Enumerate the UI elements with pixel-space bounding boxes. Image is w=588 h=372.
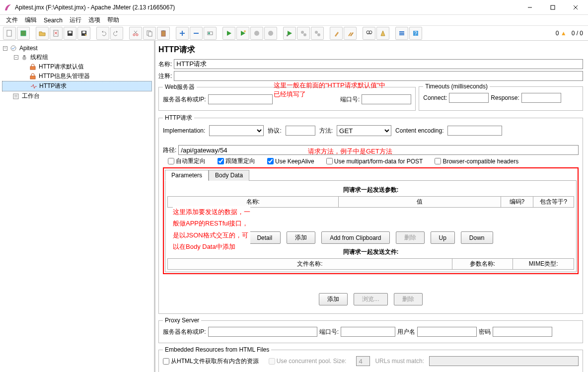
menu-search[interactable]: Search xyxy=(41,16,66,25)
menu-edit[interactable]: 编辑 xyxy=(22,15,40,25)
function-helper-button[interactable] xyxy=(395,27,408,40)
pool-size-input xyxy=(356,356,370,366)
menu-file[interactable]: 文件 xyxy=(3,15,21,25)
annotation-method: 请求方法，例子中是GET方法 xyxy=(308,147,392,156)
tree-http-request[interactable]: HTTP请求 xyxy=(2,81,152,91)
svg-point-31 xyxy=(303,33,306,36)
test-plan-tree[interactable]: − Apitest − 线程组 HTTP请求默认值 HTTP信息头管理器 HTT… xyxy=(0,41,155,372)
svg-rect-1 xyxy=(551,5,555,9)
remote-start-button[interactable] xyxy=(283,27,296,40)
follow-redirect-checkbox[interactable] xyxy=(218,158,224,164)
add-clipboard-button[interactable]: Add from Clipboard xyxy=(321,231,389,244)
proxy-user-input[interactable] xyxy=(417,327,477,337)
response-input[interactable] xyxy=(521,93,561,103)
save-as-button[interactable] xyxy=(77,27,90,40)
encoding-input[interactable] xyxy=(447,126,502,136)
method-select[interactable]: GET xyxy=(337,125,391,136)
minimize-button[interactable] xyxy=(518,0,541,15)
webserver-legend: Web服务器 xyxy=(163,83,197,91)
help-button[interactable]: ? xyxy=(409,27,422,40)
down-button[interactable]: Down xyxy=(461,231,493,244)
tree-threadgroup[interactable]: − 线程组 xyxy=(2,53,152,62)
stop-button[interactable] xyxy=(250,27,263,40)
maximize-button[interactable] xyxy=(541,0,564,15)
svg-point-27 xyxy=(254,31,259,36)
proxy-pass-input[interactable] xyxy=(493,327,552,337)
reset-search-button[interactable] xyxy=(376,27,389,40)
new-button[interactable] xyxy=(3,27,16,40)
tab-body-data[interactable]: Body Data xyxy=(209,170,249,181)
multipart-checkbox[interactable] xyxy=(326,158,333,164)
svg-rect-20 xyxy=(162,30,164,31)
tree-header-manager[interactable]: HTTP信息头管理器 xyxy=(2,72,152,81)
close-file-button[interactable] xyxy=(50,27,63,40)
keepalive-checkbox[interactable] xyxy=(267,158,274,164)
templates-button[interactable] xyxy=(17,27,30,40)
clear-button[interactable] xyxy=(330,27,343,40)
menu-options[interactable]: 选项 xyxy=(85,15,103,25)
method-label: 方法: xyxy=(319,127,333,135)
tree-http-defaults[interactable]: HTTP请求默认值 xyxy=(2,62,152,72)
svg-point-32 xyxy=(315,31,318,34)
expand-button[interactable] xyxy=(176,27,189,40)
comment-input[interactable] xyxy=(174,71,583,81)
svg-rect-38 xyxy=(399,33,404,34)
urls-match-input xyxy=(429,356,579,366)
name-input[interactable] xyxy=(174,59,583,69)
search-toolbar-button[interactable] xyxy=(363,27,375,40)
delete-file-button[interactable]: 删除 xyxy=(394,293,423,305)
tab-parameters[interactable]: Parameters xyxy=(165,170,209,181)
proxy-port-input[interactable] xyxy=(341,327,395,337)
remote-shutdown-button[interactable] xyxy=(311,27,324,40)
cut-button[interactable] xyxy=(129,27,142,40)
save-button[interactable] xyxy=(64,27,76,40)
connect-label: Connect: xyxy=(423,94,447,101)
comment-label: 注释: xyxy=(158,72,172,80)
add-param-button[interactable]: 添加 xyxy=(287,231,315,244)
add-file-button[interactable]: 添加 xyxy=(319,293,348,305)
impl-label: Implementation: xyxy=(163,127,205,134)
tree-toggle-icon[interactable]: − xyxy=(14,55,18,60)
toggle-button[interactable] xyxy=(204,27,217,40)
remote-stop-button[interactable] xyxy=(297,27,310,40)
detail-button[interactable]: Detail xyxy=(248,231,281,244)
svg-rect-18 xyxy=(148,32,152,36)
start-notimers-button[interactable] xyxy=(236,27,249,40)
undo-button[interactable] xyxy=(96,27,109,40)
redo-button[interactable] xyxy=(110,27,123,40)
tree-root[interactable]: − Apitest xyxy=(2,44,152,53)
tree-workbench[interactable]: 工作台 xyxy=(2,91,152,101)
open-button[interactable] xyxy=(36,27,49,40)
menu-run[interactable]: 运行 xyxy=(67,15,84,25)
svg-rect-46 xyxy=(30,76,35,79)
collapse-button[interactable] xyxy=(190,27,203,40)
proxy-server-input[interactable] xyxy=(208,327,317,337)
window-title: Apitest.jmx (F:\Apitest.jmx) - Apache JM… xyxy=(15,4,175,11)
close-button[interactable] xyxy=(564,0,587,15)
shutdown-button[interactable] xyxy=(264,27,277,40)
status-left: 0 ▲ xyxy=(556,30,567,37)
menu-help[interactable]: 帮助 xyxy=(104,15,122,25)
auto-redirect-checkbox[interactable] xyxy=(168,158,174,164)
delete-param-button[interactable]: 删除 xyxy=(396,231,425,244)
proxy-port-label: 端口号: xyxy=(319,328,339,336)
browser-compat-checkbox[interactable] xyxy=(435,158,441,164)
sampler-icon xyxy=(29,82,37,90)
retrieve-resources-checkbox[interactable] xyxy=(163,358,169,365)
copy-button[interactable] xyxy=(143,27,156,40)
svg-rect-19 xyxy=(161,31,165,36)
browse-file-button[interactable]: 浏览... xyxy=(354,293,387,305)
protocol-input[interactable] xyxy=(286,126,315,136)
connect-input[interactable] xyxy=(449,93,489,103)
up-button[interactable]: Up xyxy=(431,231,455,244)
col-filename: 文件名称: xyxy=(168,259,452,270)
name-label: 名称: xyxy=(158,60,172,69)
impl-select[interactable] xyxy=(209,125,264,136)
warning-icon: ▲ xyxy=(561,30,567,37)
paste-button[interactable] xyxy=(157,27,170,40)
start-button[interactable] xyxy=(222,27,235,40)
server-input[interactable] xyxy=(208,94,273,104)
tree-toggle-icon[interactable]: − xyxy=(3,46,7,51)
clear-all-button[interactable] xyxy=(344,27,357,40)
svg-point-25 xyxy=(208,32,210,34)
